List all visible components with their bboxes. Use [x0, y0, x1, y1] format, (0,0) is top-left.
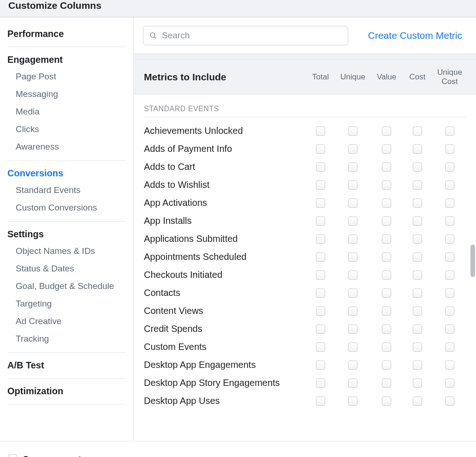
sidebar-item-targeting[interactable]: Targeting	[7, 295, 126, 313]
checkbox-unique-cost[interactable]	[445, 379, 454, 388]
checkbox-unique-cost[interactable]	[445, 198, 454, 208]
checkbox-unique-cost[interactable]	[445, 144, 454, 154]
checkbox-cost[interactable]	[413, 397, 422, 406]
checkbox-value[interactable]	[382, 253, 391, 262]
checkbox-value[interactable]	[382, 198, 391, 208]
sidebar-item-status-dates[interactable]: Status & Dates	[7, 260, 126, 277]
checkbox-total[interactable]	[316, 397, 325, 406]
sidebar-item-standard-events[interactable]: Standard Events	[7, 181, 126, 199]
checkbox-unique[interactable]	[348, 235, 357, 244]
checkbox-cost[interactable]	[413, 162, 422, 172]
checkbox-value[interactable]	[382, 397, 391, 406]
checkbox-unique[interactable]	[348, 162, 357, 172]
checkbox-unique-cost[interactable]	[445, 180, 454, 190]
sidebar-section-optimization[interactable]: Optimization	[7, 383, 126, 399]
checkbox-cost[interactable]	[413, 180, 422, 190]
table-body[interactable]: STANDARD EVENTS Achievements UnlockedAdd…	[134, 95, 476, 457]
sidebar-item-clicks[interactable]: Clicks	[7, 120, 126, 138]
checkbox-total[interactable]	[316, 180, 325, 190]
checkbox-unique-cost[interactable]	[445, 397, 454, 406]
checkbox-cost[interactable]	[413, 126, 422, 136]
checkbox-unique-cost[interactable]	[445, 307, 454, 316]
create-custom-metric-link[interactable]: Create Custom Metric	[368, 30, 467, 41]
checkbox-unique[interactable]	[348, 144, 357, 154]
checkbox-total[interactable]	[316, 126, 325, 136]
checkbox-unique[interactable]	[348, 180, 357, 190]
checkbox-cost[interactable]	[413, 289, 422, 298]
checkbox-unique[interactable]	[348, 343, 357, 352]
checkbox-cost[interactable]	[413, 343, 422, 352]
checkbox-value[interactable]	[382, 325, 391, 334]
checkbox-unique-cost[interactable]	[445, 126, 454, 136]
checkbox-total[interactable]	[316, 235, 325, 244]
checkbox-total[interactable]	[316, 271, 325, 280]
checkbox-total[interactable]	[316, 379, 325, 388]
checkbox-unique-cost[interactable]	[445, 271, 454, 280]
checkbox-total[interactable]	[316, 144, 325, 154]
checkbox-value[interactable]	[382, 235, 391, 244]
sidebar-item-awareness[interactable]: Awareness	[7, 138, 126, 156]
checkbox-value[interactable]	[382, 361, 391, 370]
checkbox-cost[interactable]	[413, 216, 422, 226]
checkbox-unique-cost[interactable]	[445, 162, 454, 172]
sidebar-section-performance[interactable]: Performance	[7, 26, 126, 42]
checkbox-value[interactable]	[382, 162, 391, 172]
sidebar-section-settings[interactable]: Settings	[7, 226, 126, 242]
checkbox-unique[interactable]	[348, 325, 357, 334]
checkbox-cost[interactable]	[413, 144, 422, 154]
checkbox-unique-cost[interactable]	[445, 289, 454, 298]
checkbox-total[interactable]	[316, 162, 325, 172]
search-field[interactable]	[143, 26, 348, 45]
sidebar-item-custom-conversions[interactable]: Custom Conversions	[7, 199, 126, 216]
checkbox-unique[interactable]	[348, 289, 357, 298]
checkbox-cost[interactable]	[413, 361, 422, 370]
checkbox-unique-cost[interactable]	[445, 325, 454, 334]
sidebar-item-goal-budget-schedule[interactable]: Goal, Budget & Schedule	[7, 277, 126, 295]
checkbox-value[interactable]	[382, 180, 391, 190]
sidebar-item-tracking[interactable]: Tracking	[7, 330, 126, 348]
scrollbar-thumb[interactable]	[470, 245, 475, 277]
checkbox-unique[interactable]	[348, 253, 357, 262]
checkbox-unique-cost[interactable]	[445, 253, 454, 262]
checkbox-cost[interactable]	[413, 271, 422, 280]
checkbox-unique[interactable]	[348, 216, 357, 226]
checkbox-total[interactable]	[316, 253, 325, 262]
save-preset-checkbox[interactable]	[8, 454, 17, 457]
checkbox-value[interactable]	[382, 289, 391, 298]
checkbox-cost[interactable]	[413, 379, 422, 388]
checkbox-value[interactable]	[382, 271, 391, 280]
checkbox-value[interactable]	[382, 307, 391, 316]
checkbox-cost[interactable]	[413, 325, 422, 334]
sidebar-item-page-post[interactable]: Page Post	[7, 68, 126, 85]
checkbox-cost[interactable]	[413, 307, 422, 316]
checkbox-value[interactable]	[382, 379, 391, 388]
checkbox-unique[interactable]	[348, 126, 357, 136]
checkbox-unique[interactable]	[348, 397, 357, 406]
checkbox-unique-cost[interactable]	[445, 361, 454, 370]
checkbox-unique[interactable]	[348, 361, 357, 370]
checkbox-total[interactable]	[316, 289, 325, 298]
sidebar-item-ad-creative[interactable]: Ad Creative	[7, 313, 126, 330]
sidebar-section-a-b-test[interactable]: A/B Test	[7, 357, 126, 373]
sidebar-item-messaging[interactable]: Messaging	[7, 85, 126, 103]
checkbox-unique[interactable]	[348, 379, 357, 388]
checkbox-total[interactable]	[316, 325, 325, 334]
sidebar-section-engagement[interactable]: Engagement	[7, 52, 126, 68]
checkbox-unique-cost[interactable]	[445, 216, 454, 226]
checkbox-total[interactable]	[316, 343, 325, 352]
checkbox-total[interactable]	[316, 198, 325, 208]
checkbox-cost[interactable]	[413, 253, 422, 262]
checkbox-total[interactable]	[316, 216, 325, 226]
checkbox-unique[interactable]	[348, 198, 357, 208]
checkbox-value[interactable]	[382, 343, 391, 352]
checkbox-value[interactable]	[382, 216, 391, 226]
checkbox-unique-cost[interactable]	[445, 235, 454, 244]
checkbox-value[interactable]	[382, 126, 391, 136]
checkbox-unique[interactable]	[348, 307, 357, 316]
checkbox-cost[interactable]	[413, 235, 422, 244]
checkbox-total[interactable]	[316, 361, 325, 370]
checkbox-cost[interactable]	[413, 198, 422, 208]
search-input[interactable]	[162, 30, 342, 41]
checkbox-unique-cost[interactable]	[445, 343, 454, 352]
sidebar-item-media[interactable]: Media	[7, 103, 126, 120]
